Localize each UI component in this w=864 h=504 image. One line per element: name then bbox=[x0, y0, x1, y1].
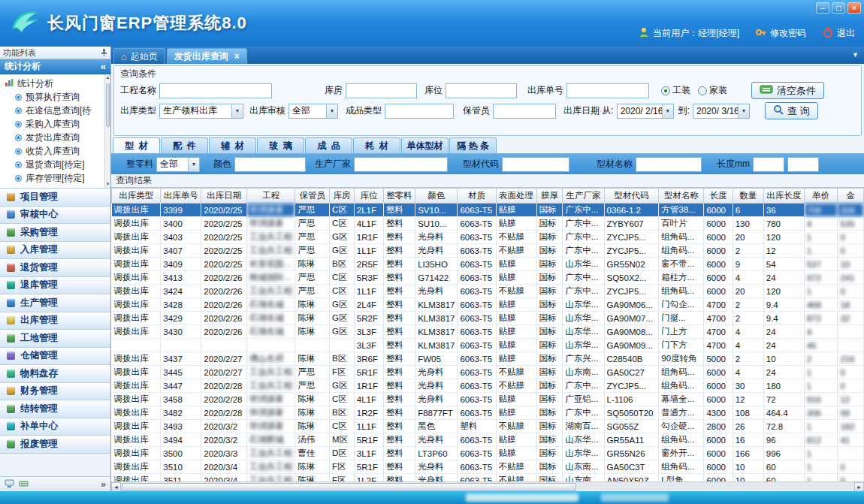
table-row[interactable]: 调拨出库34282020/2/26石湖名城陈琳G区2L4F整料KLM381760… bbox=[112, 298, 864, 312]
column-header[interactable]: 出库长度 bbox=[763, 189, 804, 204]
column-header[interactable]: 型材名称 bbox=[659, 189, 704, 204]
sidebar-module-item[interactable]: 退货管理 bbox=[0, 259, 110, 277]
tab-home[interactable]: ⌂起始页 bbox=[113, 48, 165, 64]
search-button[interactable]: 查 询 bbox=[765, 102, 818, 119]
tree-scrollbar[interactable]: ▲ ▼ bbox=[104, 74, 110, 188]
scroll-right-icon[interactable]: ► bbox=[854, 482, 864, 492]
order-no-input[interactable] bbox=[566, 83, 649, 98]
column-header[interactable]: 型材代码 bbox=[604, 189, 659, 204]
table-row[interactable]: 调拨出库33992020/2/25华润源著严思C区2L1F整料SV10...60… bbox=[112, 204, 864, 217]
table-row[interactable]: 调拨出库34242020/2/26工业共工程严思C区1L1F整料光身料6063-… bbox=[112, 285, 864, 298]
clear-conditions-button[interactable]: 清空条件 bbox=[751, 82, 824, 99]
audit-select[interactable]: 全部 ▼ bbox=[289, 104, 338, 119]
tree-item[interactable]: 发货出库查询 bbox=[5, 131, 103, 144]
sidebar-module-item[interactable]: 入库管理 bbox=[0, 242, 110, 260]
close-button[interactable]: ✕ bbox=[847, 2, 861, 14]
logout-link[interactable]: 退出 bbox=[837, 27, 855, 40]
table-row[interactable]: 调拨出库34932020/3/2华润源著陈琳C区1L1F整料黑色塑料不贴膜国标湖… bbox=[112, 420, 864, 433]
maker-input[interactable] bbox=[354, 157, 448, 172]
scroll-thumb[interactable] bbox=[122, 483, 576, 491]
tree-item[interactable]: 在途信息查询[待 bbox=[5, 104, 103, 117]
length-max-input[interactable] bbox=[787, 157, 819, 172]
column-header[interactable]: 生产厂家 bbox=[563, 189, 604, 204]
tree-item[interactable]: 预算执行查询 bbox=[5, 90, 103, 104]
scroll-left-icon[interactable]: ◄ bbox=[111, 482, 121, 492]
date-to-select[interactable]: 2020/ 3/16 ▼ bbox=[693, 104, 750, 119]
out-type-select[interactable]: 生产领料出库 ▼ bbox=[159, 104, 243, 119]
tab-active-page[interactable]: 发货出库查询× bbox=[167, 48, 247, 64]
tree-item[interactable]: 库存管理[待定] bbox=[5, 171, 103, 185]
material-tab[interactable]: 隔 热 条 bbox=[449, 137, 497, 153]
table-row[interactable]: 调拨出库34092020/2/25长安花园...陈琳B区2R5F整料LI35HO… bbox=[112, 258, 864, 271]
sidebar-module-item[interactable]: 仓储管理 bbox=[0, 348, 110, 366]
profile-name-input[interactable] bbox=[636, 157, 702, 172]
scroll-thumb[interactable] bbox=[106, 83, 110, 127]
radio-jiazhuang[interactable]: 家装 bbox=[698, 84, 727, 97]
tree-item[interactable]: 收货入库查询 bbox=[5, 144, 103, 158]
table-row[interactable]: 调拨出库34302020/2/26石湖名城陈琳G区3L3F整料KLM381760… bbox=[112, 325, 864, 339]
project-name-input[interactable] bbox=[159, 83, 272, 98]
sidebar-module-item[interactable]: 项目管理 bbox=[0, 189, 110, 207]
color-input[interactable] bbox=[234, 157, 306, 172]
keyboard-icon[interactable] bbox=[19, 479, 29, 490]
minimize-button[interactable]: ─ bbox=[816, 2, 829, 14]
material-tab[interactable]: 单体型材 bbox=[401, 137, 449, 153]
table-row[interactable]: 调拨出库34472020/2/28工业共工程严思G区1R1F整料光身料6063-… bbox=[112, 379, 864, 393]
product-type-input[interactable] bbox=[385, 104, 454, 119]
sidebar-module-item[interactable]: 工地管理 bbox=[0, 330, 110, 348]
location-input[interactable] bbox=[446, 83, 517, 98]
collapse-icon[interactable]: « bbox=[101, 61, 106, 72]
column-header[interactable]: 出库日期 bbox=[201, 189, 246, 204]
table-row[interactable]: 调拨出库34032020/2/25工业共工程严思G区1R1F整料光身料6063-… bbox=[112, 231, 864, 244]
material-tab[interactable]: 成 品 bbox=[305, 137, 352, 153]
sidebar-module-item[interactable]: 物料盘存 bbox=[0, 365, 110, 383]
length-min-input[interactable] bbox=[753, 157, 784, 172]
sidebar-module-item[interactable]: 财务管理 bbox=[0, 383, 110, 401]
table-row[interactable]: 调拨出库35102020/3/4工业共工程陈琳F区5R1F整料光身料6063-T… bbox=[112, 460, 864, 474]
material-tab[interactable]: 型 材 bbox=[113, 137, 160, 153]
warehouse-input[interactable] bbox=[346, 83, 417, 98]
whole-part-select[interactable]: 全部 ▼ bbox=[156, 157, 200, 172]
material-tab[interactable]: 玻 璃 bbox=[257, 137, 304, 153]
column-header[interactable]: 出库类型 bbox=[112, 189, 161, 204]
change-password-link[interactable]: 修改密码 bbox=[770, 27, 806, 40]
scroll-up-icon[interactable]: ▲ bbox=[105, 74, 110, 81]
profile-code-input[interactable] bbox=[502, 157, 569, 172]
sidebar-module-item[interactable]: 生产管理 bbox=[0, 294, 110, 312]
sidebar-module-item[interactable]: 报废管理 bbox=[0, 436, 110, 454]
tab-list-caret-icon[interactable]: ▼ bbox=[852, 51, 859, 59]
table-row[interactable]: 调拨出库34292020/2/26石湖名城陈琳G区5R2F整料KLM381760… bbox=[112, 312, 864, 325]
column-header[interactable]: 膜厚 bbox=[536, 189, 563, 204]
column-header[interactable]: 单价 bbox=[804, 189, 838, 204]
table-row[interactable]: 调拨出库34942020/3/2石湖辉城汤伟M区5R1F整料光身料6063-T5… bbox=[112, 433, 864, 447]
tab-close-icon[interactable]: × bbox=[234, 52, 240, 61]
column-header[interactable]: 整零料 bbox=[384, 189, 415, 204]
scroll-track[interactable] bbox=[121, 482, 854, 492]
material-tab[interactable]: 辅 材 bbox=[209, 137, 256, 153]
column-header[interactable]: 工程 bbox=[246, 189, 295, 204]
radio-gongzhuang[interactable]: 工装 bbox=[661, 84, 690, 97]
maximize-button[interactable]: ▢ bbox=[832, 2, 845, 14]
table-row[interactable]: 调拨出库35002020/3/3工业共工程曹佳D区3L1F整料LT3P60606… bbox=[112, 447, 864, 460]
column-header[interactable]: 库位 bbox=[354, 189, 383, 204]
column-header[interactable]: 金 bbox=[838, 189, 864, 204]
sidebar-module-item[interactable]: 结转管理 bbox=[0, 400, 110, 418]
column-header[interactable]: 颜色 bbox=[415, 189, 458, 204]
date-from-select[interactable]: 2020/ 2/16 ▼ bbox=[617, 104, 674, 119]
sidebar-module-item[interactable]: 采购管理 bbox=[0, 224, 110, 242]
column-header[interactable]: 材质 bbox=[458, 189, 496, 204]
panel-header-statistics[interactable]: 统计分析 « bbox=[0, 59, 110, 74]
table-row[interactable]: 调拨出库34132020/2/26南城国际...严思C区5R3F整料G71422… bbox=[112, 271, 864, 285]
table-row[interactable]: 调拨出库34822020/2/28华润源著陈琳B区1R2F整料F8877FT60… bbox=[112, 406, 864, 420]
tree-root[interactable]: 统计分析 bbox=[5, 77, 103, 90]
table-row[interactable]: 调拨出库34372020/2/27佛山名府陈琳B区3R6F整料FW056063-… bbox=[112, 352, 864, 366]
table-row[interactable]: 调拨出库34452020/2/27工业共工程严思F区5R1F整料光身料6063-… bbox=[112, 366, 864, 379]
table-row[interactable]: 调拨出库34582020/2/28华润源著陈琳C区4L1F整料光身料6063-T… bbox=[112, 393, 864, 406]
table-row[interactable]: 调拨出库34072020/2/25工业共工程严思G区1L1F整料光身料6063-… bbox=[112, 244, 864, 258]
pin-icon[interactable] bbox=[100, 48, 107, 58]
monitor-icon[interactable] bbox=[5, 479, 14, 490]
tree-item[interactable]: 退货查询[待定] bbox=[5, 158, 103, 171]
sidebar-module-item[interactable]: 出库管理 bbox=[0, 312, 110, 330]
table-row[interactable]: 调拨出库34002020/2/25华润源著严思C区4L1F整料SU10...60… bbox=[112, 217, 864, 231]
sidebar-module-item[interactable]: 退库管理 bbox=[0, 277, 110, 295]
